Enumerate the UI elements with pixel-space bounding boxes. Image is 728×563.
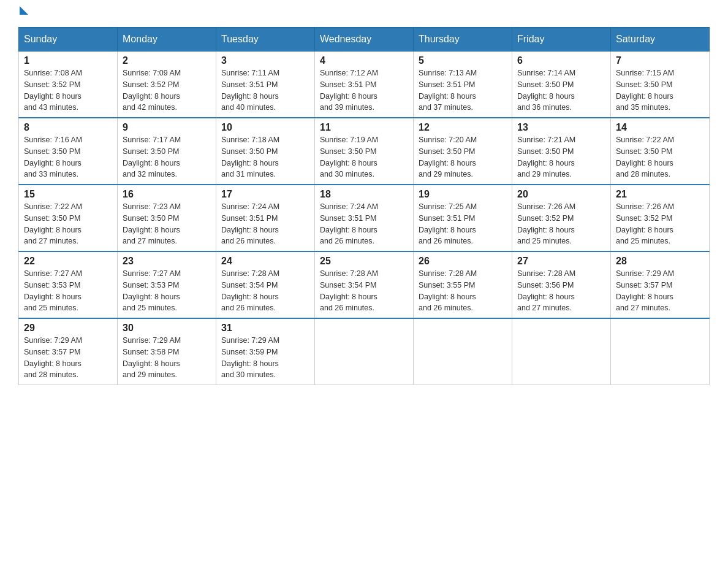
- day-cell: 10 Sunrise: 7:18 AM Sunset: 3:50 PM Dayl…: [216, 118, 315, 185]
- day-cell: [512, 318, 611, 385]
- day-info: Sunrise: 7:20 AM Sunset: 3:50 PM Dayligh…: [419, 134, 507, 180]
- day-info: Sunrise: 7:14 AM Sunset: 3:50 PM Dayligh…: [517, 67, 605, 113]
- day-number: 2: [123, 55, 211, 66]
- day-info: Sunrise: 7:09 AM Sunset: 3:52 PM Dayligh…: [123, 67, 211, 113]
- day-cell: 11 Sunrise: 7:19 AM Sunset: 3:50 PM Dayl…: [315, 118, 414, 185]
- day-info: Sunrise: 7:11 AM Sunset: 3:51 PM Dayligh…: [221, 67, 309, 113]
- day-number: 31: [221, 323, 309, 334]
- week-row-1: 1 Sunrise: 7:08 AM Sunset: 3:52 PM Dayli…: [19, 52, 710, 118]
- day-info: Sunrise: 7:28 AM Sunset: 3:54 PM Dayligh…: [320, 268, 408, 314]
- day-number: 23: [123, 256, 211, 267]
- day-number: 3: [221, 55, 309, 66]
- day-cell: 19 Sunrise: 7:25 AM Sunset: 3:51 PM Dayl…: [414, 185, 512, 251]
- day-number: 26: [419, 256, 507, 267]
- day-cell: 14 Sunrise: 7:22 AM Sunset: 3:50 PM Dayl…: [611, 118, 710, 185]
- day-cell: 25 Sunrise: 7:28 AM Sunset: 3:54 PM Dayl…: [315, 251, 414, 318]
- col-header-friday: Friday: [512, 28, 611, 52]
- col-header-thursday: Thursday: [414, 28, 512, 52]
- day-number: 20: [517, 189, 605, 200]
- day-info: Sunrise: 7:28 AM Sunset: 3:56 PM Dayligh…: [517, 268, 605, 314]
- day-number: 7: [616, 55, 704, 66]
- day-info: Sunrise: 7:26 AM Sunset: 3:52 PM Dayligh…: [616, 201, 704, 247]
- day-info: Sunrise: 7:17 AM Sunset: 3:50 PM Dayligh…: [123, 134, 211, 180]
- day-cell: 31 Sunrise: 7:29 AM Sunset: 3:59 PM Dayl…: [216, 318, 315, 385]
- page-header: [18, 12, 710, 15]
- day-info: Sunrise: 7:22 AM Sunset: 3:50 PM Dayligh…: [24, 201, 112, 247]
- day-cell: 28 Sunrise: 7:29 AM Sunset: 3:57 PM Dayl…: [611, 251, 710, 318]
- day-number: 30: [123, 323, 211, 334]
- day-info: Sunrise: 7:29 AM Sunset: 3:57 PM Dayligh…: [616, 268, 704, 314]
- day-info: Sunrise: 7:24 AM Sunset: 3:51 PM Dayligh…: [221, 201, 309, 247]
- day-info: Sunrise: 7:27 AM Sunset: 3:53 PM Dayligh…: [24, 268, 112, 314]
- day-cell: 3 Sunrise: 7:11 AM Sunset: 3:51 PM Dayli…: [216, 52, 315, 118]
- col-header-sunday: Sunday: [19, 28, 118, 52]
- day-cell: 22 Sunrise: 7:27 AM Sunset: 3:53 PM Dayl…: [19, 251, 118, 318]
- day-number: 25: [320, 256, 408, 267]
- col-header-tuesday: Tuesday: [216, 28, 315, 52]
- day-number: 12: [419, 122, 507, 133]
- col-header-monday: Monday: [118, 28, 216, 52]
- day-number: 16: [123, 189, 211, 200]
- day-number: 8: [24, 122, 112, 133]
- day-info: Sunrise: 7:25 AM Sunset: 3:51 PM Dayligh…: [419, 201, 507, 247]
- day-number: 18: [320, 189, 408, 200]
- day-number: 17: [221, 189, 309, 200]
- day-info: Sunrise: 7:22 AM Sunset: 3:50 PM Dayligh…: [616, 134, 704, 180]
- day-cell: 6 Sunrise: 7:14 AM Sunset: 3:50 PM Dayli…: [512, 52, 611, 118]
- day-number: 5: [419, 55, 507, 66]
- day-cell: 26 Sunrise: 7:28 AM Sunset: 3:55 PM Dayl…: [414, 251, 512, 318]
- day-cell: 2 Sunrise: 7:09 AM Sunset: 3:52 PM Dayli…: [118, 52, 216, 118]
- day-number: 28: [616, 256, 704, 267]
- day-number: 24: [221, 256, 309, 267]
- day-number: 29: [24, 323, 112, 334]
- day-info: Sunrise: 7:13 AM Sunset: 3:51 PM Dayligh…: [419, 67, 507, 113]
- week-row-4: 22 Sunrise: 7:27 AM Sunset: 3:53 PM Dayl…: [19, 251, 710, 318]
- day-cell: [315, 318, 414, 385]
- day-cell: 27 Sunrise: 7:28 AM Sunset: 3:56 PM Dayl…: [512, 251, 611, 318]
- day-number: 1: [24, 55, 112, 66]
- day-info: Sunrise: 7:08 AM Sunset: 3:52 PM Dayligh…: [24, 67, 112, 113]
- day-cell: [611, 318, 710, 385]
- calendar-header-row: SundayMondayTuesdayWednesdayThursdayFrid…: [19, 28, 710, 52]
- day-info: Sunrise: 7:28 AM Sunset: 3:55 PM Dayligh…: [419, 268, 507, 314]
- day-number: 14: [616, 122, 704, 133]
- day-cell: 15 Sunrise: 7:22 AM Sunset: 3:50 PM Dayl…: [19, 185, 118, 251]
- week-row-2: 8 Sunrise: 7:16 AM Sunset: 3:50 PM Dayli…: [19, 118, 710, 185]
- day-info: Sunrise: 7:12 AM Sunset: 3:51 PM Dayligh…: [320, 67, 408, 113]
- day-number: 27: [517, 256, 605, 267]
- day-number: 4: [320, 55, 408, 66]
- day-cell: 13 Sunrise: 7:21 AM Sunset: 3:50 PM Dayl…: [512, 118, 611, 185]
- day-cell: 12 Sunrise: 7:20 AM Sunset: 3:50 PM Dayl…: [414, 118, 512, 185]
- day-cell: 17 Sunrise: 7:24 AM Sunset: 3:51 PM Dayl…: [216, 185, 315, 251]
- day-cell: 24 Sunrise: 7:28 AM Sunset: 3:54 PM Dayl…: [216, 251, 315, 318]
- col-header-wednesday: Wednesday: [315, 28, 414, 52]
- day-cell: 7 Sunrise: 7:15 AM Sunset: 3:50 PM Dayli…: [611, 52, 710, 118]
- day-cell: 18 Sunrise: 7:24 AM Sunset: 3:51 PM Dayl…: [315, 185, 414, 251]
- col-header-saturday: Saturday: [611, 28, 710, 52]
- day-cell: 5 Sunrise: 7:13 AM Sunset: 3:51 PM Dayli…: [414, 52, 512, 118]
- day-cell: 4 Sunrise: 7:12 AM Sunset: 3:51 PM Dayli…: [315, 52, 414, 118]
- day-info: Sunrise: 7:29 AM Sunset: 3:57 PM Dayligh…: [24, 335, 112, 381]
- day-cell: 23 Sunrise: 7:27 AM Sunset: 3:53 PM Dayl…: [118, 251, 216, 318]
- calendar-table: SundayMondayTuesdayWednesdayThursdayFrid…: [18, 27, 710, 385]
- day-info: Sunrise: 7:29 AM Sunset: 3:59 PM Dayligh…: [221, 335, 309, 381]
- logo-triangle-icon: [20, 6, 28, 15]
- day-info: Sunrise: 7:19 AM Sunset: 3:50 PM Dayligh…: [320, 134, 408, 180]
- day-info: Sunrise: 7:29 AM Sunset: 3:58 PM Dayligh…: [123, 335, 211, 381]
- week-row-3: 15 Sunrise: 7:22 AM Sunset: 3:50 PM Dayl…: [19, 185, 710, 251]
- day-number: 21: [616, 189, 704, 200]
- day-info: Sunrise: 7:21 AM Sunset: 3:50 PM Dayligh…: [517, 134, 605, 180]
- day-info: Sunrise: 7:24 AM Sunset: 3:51 PM Dayligh…: [320, 201, 408, 247]
- day-info: Sunrise: 7:23 AM Sunset: 3:50 PM Dayligh…: [123, 201, 211, 247]
- day-cell: 29 Sunrise: 7:29 AM Sunset: 3:57 PM Dayl…: [19, 318, 118, 385]
- day-info: Sunrise: 7:18 AM Sunset: 3:50 PM Dayligh…: [221, 134, 309, 180]
- day-cell: [414, 318, 512, 385]
- day-info: Sunrise: 7:28 AM Sunset: 3:54 PM Dayligh…: [221, 268, 309, 314]
- day-cell: 16 Sunrise: 7:23 AM Sunset: 3:50 PM Dayl…: [118, 185, 216, 251]
- day-cell: 20 Sunrise: 7:26 AM Sunset: 3:52 PM Dayl…: [512, 185, 611, 251]
- day-number: 9: [123, 122, 211, 133]
- day-number: 13: [517, 122, 605, 133]
- day-number: 11: [320, 122, 408, 133]
- day-info: Sunrise: 7:15 AM Sunset: 3:50 PM Dayligh…: [616, 67, 704, 113]
- day-cell: 30 Sunrise: 7:29 AM Sunset: 3:58 PM Dayl…: [118, 318, 216, 385]
